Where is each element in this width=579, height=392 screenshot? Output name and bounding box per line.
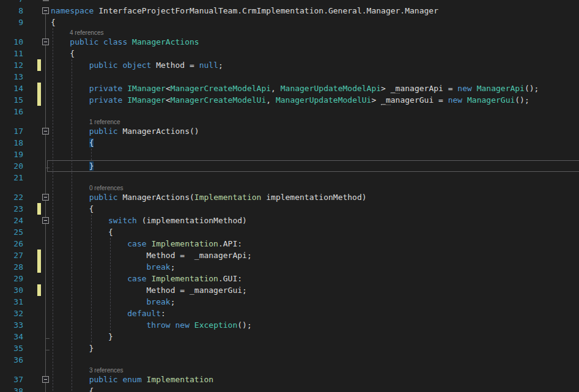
code-line-13[interactable]: 13 <box>0 71 579 83</box>
code-token <box>51 309 127 318</box>
code-token <box>472 84 477 93</box>
code-line-18[interactable]: 18 { <box>0 137 579 149</box>
code-token <box>51 61 89 70</box>
line-number[interactable]: 13 <box>0 71 23 83</box>
code-editor[interactable]: 78namespace InterfaceProjectForManualTea… <box>0 0 579 392</box>
line-number[interactable]: 17 <box>0 125 23 137</box>
code-token <box>51 95 89 105</box>
code-line-34[interactable]: 34 } <box>0 331 579 342</box>
code-token <box>51 320 147 330</box>
line-number[interactable]: 20 <box>0 160 23 172</box>
line-number[interactable]: 33 <box>0 319 23 331</box>
minus-glyph <box>44 197 47 198</box>
code-token <box>51 161 89 171</box>
code-text: default: <box>51 308 166 319</box>
code-token: Implementation <box>147 375 214 384</box>
indent-guide <box>110 238 111 331</box>
code-line-9[interactable]: 9{ <box>0 17 579 28</box>
collapse-region-icon[interactable] <box>42 39 49 45</box>
code-token: ManagerUpdateModelUi <box>276 95 372 105</box>
line-number[interactable]: 34 <box>0 331 23 342</box>
code-token: new <box>457 84 471 93</box>
outline-region-end-tick <box>45 338 50 339</box>
collapse-region-icon[interactable] <box>42 128 49 135</box>
line-number[interactable]: 21 <box>0 172 23 183</box>
code-token: case <box>127 239 146 248</box>
code-line-15[interactable]: 15 private IManager<ManagerCreateModelUi… <box>0 94 579 106</box>
line-number[interactable]: 32 <box>0 308 23 319</box>
code-line-25[interactable]: 25 { <box>0 226 579 238</box>
line-number[interactable]: 38 <box>0 385 23 392</box>
code-line-35[interactable]: 35 } <box>0 342 579 354</box>
code-token: private <box>89 95 123 105</box>
code-line-17[interactable]: 17 public ManagerActions() <box>0 125 579 137</box>
line-number[interactable]: 28 <box>0 261 23 273</box>
line-number[interactable]: 12 <box>0 59 23 71</box>
code-line-7[interactable]: 7 <box>0 0 579 5</box>
line-number[interactable]: 29 <box>0 273 23 284</box>
code-line-31[interactable]: 31 break; <box>0 296 579 308</box>
line-number[interactable]: 9 <box>0 17 23 28</box>
line-number[interactable]: 25 <box>0 226 23 238</box>
code-token: } <box>51 344 94 353</box>
line-number[interactable]: 27 <box>0 250 23 261</box>
code-line-38[interactable]: 38 { <box>0 385 579 392</box>
line-number[interactable]: 22 <box>0 191 23 203</box>
code-line-10[interactable]: 10 public class ManagerActions <box>0 36 579 48</box>
collapse-region-icon[interactable] <box>42 217 49 224</box>
code-line-20[interactable]: 20 } <box>0 160 579 172</box>
code-line-37[interactable]: 37 public enum Implementation <box>0 374 579 385</box>
line-number[interactable]: 7 <box>0 0 23 5</box>
line-number[interactable]: 19 <box>0 149 23 160</box>
line-number[interactable]: 24 <box>0 215 23 226</box>
code-line-11[interactable]: 11 { <box>0 48 579 59</box>
code-line-21[interactable]: 21 <box>0 172 579 183</box>
collapse-region-icon[interactable] <box>42 194 49 201</box>
line-number[interactable]: 36 <box>0 354 23 366</box>
line-number[interactable]: 31 <box>0 296 23 308</box>
code-line-32[interactable]: 32 default: <box>0 308 579 319</box>
code-line-36[interactable]: 36 <box>0 354 579 366</box>
line-number[interactable]: 10 <box>0 36 23 48</box>
collapse-region-icon[interactable] <box>42 376 49 383</box>
code-text: } <box>51 331 113 342</box>
code-token: { <box>89 138 94 147</box>
code-line-8[interactable]: 8namespace InterfaceProjectForManualTeam… <box>0 5 579 17</box>
code-token: public <box>89 375 118 384</box>
line-number[interactable]: 14 <box>0 83 23 94</box>
collapse-region-icon[interactable] <box>42 7 49 14</box>
line-number[interactable]: 11 <box>0 48 23 59</box>
code-line-27[interactable]: 27 Method = _managerApi; <box>0 250 579 261</box>
code-token: .GUI: <box>218 274 242 283</box>
codelens-row: 0 references <box>0 183 579 191</box>
code-line-23[interactable]: 23 { <box>0 203 579 215</box>
code-token: { <box>51 227 113 237</box>
code-line-26[interactable]: 26 case Implementation.API: <box>0 238 579 250</box>
code-line-30[interactable]: 30 Method = _managerGui; <box>0 284 579 296</box>
code-token <box>51 297 147 306</box>
code-line-19[interactable]: 19 <box>0 149 579 160</box>
code-line-16[interactable]: 16 <box>0 106 579 117</box>
code-line-14[interactable]: 14 private IManager<ManagerCreateModelAp… <box>0 83 579 94</box>
line-number[interactable]: 26 <box>0 238 23 250</box>
line-number[interactable]: 15 <box>0 94 23 106</box>
code-token: { <box>51 386 94 392</box>
line-number[interactable]: 8 <box>0 5 23 17</box>
code-line-29[interactable]: 29 case Implementation.GUI: <box>0 273 579 284</box>
code-token: { <box>51 49 75 58</box>
code-line-33[interactable]: 33 throw new Exception(); <box>0 319 579 331</box>
minus-glyph <box>44 220 47 221</box>
line-number[interactable]: 18 <box>0 137 23 149</box>
minus-glyph <box>44 42 47 42</box>
line-number[interactable]: 35 <box>0 342 23 354</box>
code-line-22[interactable]: 22 public ManagerActions(Implementation … <box>0 191 579 203</box>
line-number[interactable]: 37 <box>0 374 23 385</box>
code-token <box>51 84 89 93</box>
code-text: { <box>51 17 56 28</box>
code-line-12[interactable]: 12 public object Method = null; <box>0 59 579 71</box>
code-line-28[interactable]: 28 break; <box>0 261 579 273</box>
line-number[interactable]: 16 <box>0 106 23 117</box>
line-number[interactable]: 23 <box>0 203 23 215</box>
line-number[interactable]: 30 <box>0 284 23 296</box>
code-line-24[interactable]: 24 switch (implementationMethod) <box>0 215 579 226</box>
